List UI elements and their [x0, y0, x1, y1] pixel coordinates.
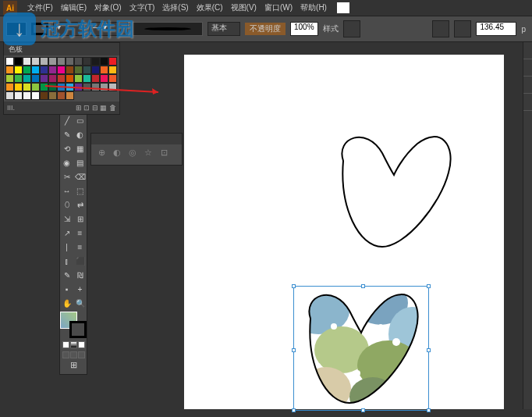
swatch-color[interactable]: [48, 83, 57, 91]
tool-9-0[interactable]: ⬯: [60, 198, 73, 212]
swatch-color[interactable]: [40, 66, 48, 74]
heart-pattern-selected[interactable]: [295, 287, 427, 412]
swatch-color[interactable]: [14, 91, 23, 100]
tool-5-1[interactable]: ▦: [73, 141, 87, 155]
tool-12-1[interactable]: ≡: [73, 240, 87, 254]
brush-definition[interactable]: [133, 22, 203, 36]
swatch-color[interactable]: [66, 91, 74, 100]
swatch-color[interactable]: [23, 74, 31, 83]
tool-15-1[interactable]: +: [73, 282, 87, 296]
symbol-size-icon[interactable]: ☆: [143, 148, 154, 159]
swatch-color[interactable]: [40, 83, 48, 91]
color-mode[interactable]: [62, 341, 69, 348]
swatch-color[interactable]: [40, 57, 48, 66]
tool-10-1[interactable]: ⊞: [73, 212, 87, 226]
swatch-color[interactable]: [100, 83, 108, 91]
tool-13-1[interactable]: ⬛: [73, 254, 87, 268]
swatch-color[interactable]: [31, 91, 40, 100]
symbol-sprayer-icon[interactable]: ⊕: [96, 148, 107, 159]
swatch-color[interactable]: [91, 66, 100, 74]
tool-16-1[interactable]: 🔍: [73, 296, 87, 310]
menu-file[interactable]: 文件(F): [23, 2, 57, 13]
swatch-color[interactable]: [5, 83, 14, 91]
swatch-color[interactable]: [48, 91, 57, 100]
swatch-color[interactable]: [31, 83, 40, 91]
swatch-color[interactable]: [57, 66, 66, 74]
gradient-mode[interactable]: [70, 341, 77, 348]
swatch-color[interactable]: [66, 74, 74, 83]
swatch-color[interactable]: [83, 66, 91, 74]
swatch-color[interactable]: [74, 83, 83, 91]
none-mode[interactable]: [78, 341, 85, 348]
menu-select[interactable]: 选择(S): [158, 2, 192, 13]
menu-type[interactable]: 文字(T): [126, 2, 159, 13]
swatches-panel[interactable]: 色板 III. ⊞ ⊡ ⊟ ▦ 🗑: [3, 42, 120, 115]
tool-4-1[interactable]: ◐: [73, 127, 87, 141]
tool-8-0[interactable]: ↔: [60, 184, 73, 198]
swatch-color[interactable]: [14, 83, 23, 91]
swatch-color[interactable]: [23, 83, 31, 91]
swatch-color[interactable]: [5, 57, 14, 66]
stroke-color-box[interactable]: [69, 321, 87, 338]
opacity-value[interactable]: 100%: [290, 22, 318, 36]
swatch-color[interactable]: [40, 91, 48, 100]
heart-outline-shape[interactable]: [328, 130, 460, 255]
swatch-color[interactable]: [91, 74, 100, 83]
swatch-color[interactable]: [57, 91, 66, 100]
symbol-spin-icon[interactable]: ⊡: [158, 148, 169, 159]
swatch-color[interactable]: [48, 66, 57, 74]
swatch-color[interactable]: [23, 66, 31, 74]
stroke-swatch[interactable]: [31, 23, 48, 35]
swatch-color[interactable]: [23, 91, 31, 100]
swatch-color[interactable]: [66, 57, 74, 66]
swatch-color[interactable]: [23, 57, 31, 66]
menu-view[interactable]: 视图(V): [227, 2, 261, 13]
tool-7-0[interactable]: ✂: [60, 169, 73, 184]
fill-swatch[interactable]: [6, 22, 27, 36]
swatch-color[interactable]: [5, 66, 14, 74]
brush-basic[interactable]: 基本: [207, 22, 240, 36]
swatch-color[interactable]: [66, 83, 74, 91]
swatch-color[interactable]: [31, 57, 40, 66]
swatch-color[interactable]: [74, 66, 83, 74]
tool-14-0[interactable]: ✎: [60, 268, 73, 282]
swatch-color[interactable]: [108, 57, 117, 66]
swatch-color[interactable]: [108, 74, 117, 83]
menu-effect[interactable]: 效果(C): [193, 2, 227, 13]
symbol-scrunch-icon[interactable]: ◎: [127, 148, 138, 159]
tool-12-0[interactable]: |: [60, 240, 73, 254]
tool-15-0[interactable]: ▪: [60, 282, 73, 296]
tool-3-0[interactable]: ╱: [60, 113, 73, 127]
tool-7-1[interactable]: ⌫: [73, 169, 87, 184]
swatches-options[interactable]: ⊞ ⊡ ⊟ ▦ 🗑: [76, 104, 116, 112]
swatch-color[interactable]: [57, 74, 66, 83]
tool-11-1[interactable]: ≡: [73, 226, 87, 240]
tool-16-0[interactable]: ✋: [60, 296, 73, 310]
swatch-color[interactable]: [57, 57, 66, 66]
stroke-weight[interactable]: ▾: [53, 22, 84, 36]
draw-normal[interactable]: [62, 351, 69, 358]
swatch-color[interactable]: [31, 74, 40, 83]
swatch-color[interactable]: [83, 83, 91, 91]
tool-13-0[interactable]: ⫿: [60, 254, 73, 268]
tool-8-1[interactable]: ⬚: [73, 184, 87, 198]
swatch-color[interactable]: [66, 66, 74, 74]
swatch-color[interactable]: [91, 57, 100, 66]
search-icon[interactable]: [337, 2, 349, 13]
canvas-viewport[interactable]: [172, 42, 532, 417]
tool-14-1[interactable]: ₪: [73, 268, 87, 282]
tool-9-1[interactable]: ⇄: [73, 198, 87, 212]
transform-icon[interactable]: [454, 20, 471, 37]
floating-panel-tab[interactable]: [91, 134, 182, 144]
tool-3-1[interactable]: ▭: [73, 113, 87, 127]
swatch-color[interactable]: [91, 83, 100, 91]
swatch-color[interactable]: [40, 74, 48, 83]
swatch-color[interactable]: [108, 83, 117, 91]
swatch-color[interactable]: [31, 66, 40, 74]
tool-6-0[interactable]: ◉: [60, 155, 73, 169]
right-panel-dock[interactable]: [523, 42, 532, 409]
swatch-color[interactable]: [100, 74, 108, 83]
swatch-color[interactable]: [100, 66, 108, 74]
swatch-color[interactable]: [48, 57, 57, 66]
swatch-color[interactable]: [57, 83, 66, 91]
